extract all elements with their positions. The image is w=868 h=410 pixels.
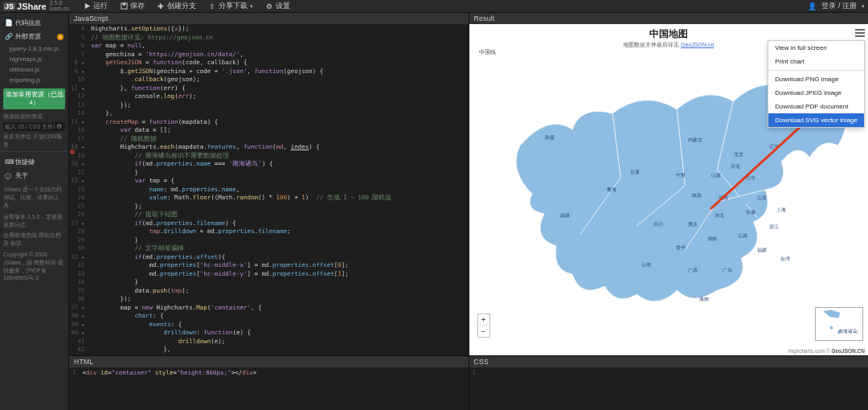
- code-editor[interactable]: 45678 ▸9 ▸1011 ▸12131415 ▸161718 ▸1920 ▸…: [69, 24, 469, 355]
- logo-mark: JS: [3, 2, 15, 10]
- lib-item[interactable]: jquery-1.8.3.min.js: [3, 43, 65, 54]
- map-inset[interactable]: 南海诸岛: [815, 307, 863, 341]
- menu-fullscreen[interactable]: View in full screen: [768, 41, 864, 55]
- more-files-link[interactable]: 更多文件位 开放CDN服务: [3, 133, 65, 149]
- topbar: JS JShare 2.5.0iosm.cn 运行 保存 ✚创建分支 ⇪分享下载…: [0, 0, 868, 13]
- run-button[interactable]: 运行: [79, 1, 113, 11]
- pane-header-js: JavaScript: [69, 13, 469, 24]
- fork-icon: ✚: [158, 2, 165, 10]
- html-editor[interactable]: 1<div id="container" style="height:800px…: [69, 367, 469, 410]
- result-frame: 中国地图 地图数据文件最后详见 GeoJSON.cn View in full …: [469, 24, 869, 355]
- svg-rect-1: [123, 3, 126, 6]
- sidebar-external[interactable]: 🔗外部资源4: [3, 30, 65, 43]
- pane-header-html: HTML: [69, 356, 469, 367]
- menu-pdf[interactable]: Download PDF document: [768, 100, 864, 113]
- link-icon: 🔗: [5, 33, 12, 40]
- save-icon: [121, 2, 128, 10]
- resource-url-input[interactable]: [5, 124, 55, 129]
- gear-icon: ⚙: [266, 2, 273, 10]
- badge-count: 4: [57, 34, 63, 40]
- pane-header-css: CSS: [469, 356, 869, 367]
- doc-icon: 📄: [5, 19, 12, 27]
- chart-credits: Highcharts.com © GeoJSON.CN: [788, 348, 865, 354]
- drag-note: 拖放链接的资源: [3, 113, 65, 121]
- main: JavaScript 45678 ▸9 ▸1011 ▸12131415 ▸161…: [68, 13, 868, 410]
- logo[interactable]: JS JShare 2.5.0iosm.cn: [3, 1, 69, 11]
- save-button[interactable]: 保存: [116, 1, 149, 11]
- chart-menu-button[interactable]: [855, 27, 865, 39]
- fork-button[interactable]: ✚创建分支: [153, 1, 201, 11]
- chart-context-menu[interactable]: View in full screen Print chart Download…: [768, 40, 865, 128]
- lib-item[interactable]: exporting.js: [3, 75, 65, 85]
- zoom-control: + −: [477, 314, 490, 338]
- add-resource-button[interactable]: 添加常用资源（已选 4）: [3, 88, 65, 109]
- sidebar-about[interactable]: ⓘ关于: [3, 169, 65, 182]
- user-icon: 👤: [808, 2, 817, 10]
- gear-icon[interactable]: ⚙: [55, 123, 63, 130]
- logo-text: JShare: [17, 2, 47, 11]
- sidebar-shortcut[interactable]: ⌨快捷键: [3, 155, 65, 169]
- zoom-out-button[interactable]: −: [478, 326, 489, 337]
- menu-png[interactable]: Download PNG image: [768, 72, 864, 86]
- share-icon: ⇪: [209, 2, 216, 10]
- sidebar: 📄代码信息 🔗外部资源4 jquery-1.8.3.min.js highmap…: [0, 13, 68, 410]
- css-editor[interactable]: 1: [469, 367, 869, 410]
- chart-title: 中国地图: [469, 24, 869, 41]
- settings-button[interactable]: ⚙设置: [261, 1, 295, 11]
- about-help: 使用前请查阅 帮助文档 及 协议。: [3, 232, 65, 248]
- about-copy: Copyright © 2020 JShare，由 简数科技 提供服务，沪ICP…: [3, 251, 65, 282]
- pane-js: JavaScript 45678 ▸9 ▸1011 ▸12131415 ▸161…: [68, 13, 469, 355]
- menu-jpeg[interactable]: Download JPEG image: [768, 86, 864, 100]
- keyboard-icon: ⌨: [5, 158, 12, 166]
- breakpoint-icon[interactable]: [70, 150, 75, 154]
- login-link[interactable]: 登录 / 注册: [821, 1, 857, 11]
- lib-item[interactable]: highmaps.js: [3, 54, 65, 64]
- svg-point-3: [830, 326, 833, 330]
- zoom-in-button[interactable]: +: [478, 314, 489, 326]
- pane-html: HTML 1<div id="container" style="height:…: [68, 356, 469, 410]
- pane-header-result: Result: [469, 13, 869, 24]
- resource-url-input-wrap[interactable]: ⚙: [3, 122, 65, 131]
- menu-print[interactable]: Print chart: [768, 55, 864, 68]
- about-ver: 当前版本 2.5.0，定更新 更新日志。: [3, 213, 65, 229]
- pane-result: Result 中国地图 地图数据文件最后详见 GeoJSON.cn View i…: [469, 13, 869, 355]
- sidebar-codeinfo[interactable]: 📄代码信息: [3, 16, 65, 30]
- lib-item[interactable]: drilldown.js: [3, 64, 65, 75]
- caret-icon: ▾: [862, 3, 865, 10]
- play-icon: [84, 2, 91, 10]
- share-button[interactable]: ⇪分享下载▾: [204, 1, 258, 11]
- inset-label: 南海诸岛: [838, 328, 858, 335]
- pane-css: CSS 1: [469, 356, 869, 410]
- about-desc: JShare 是一个在线代码测试、托管、分享的工具。: [3, 186, 65, 209]
- logo-version: 2.5.0iosm.cn: [50, 1, 69, 11]
- caret-icon: ▾: [250, 3, 253, 10]
- info-icon: ⓘ: [5, 172, 12, 179]
- geojson-link[interactable]: GeoJSON.cn: [681, 42, 714, 47]
- menu-svg[interactable]: Download SVG vector image: [768, 113, 864, 127]
